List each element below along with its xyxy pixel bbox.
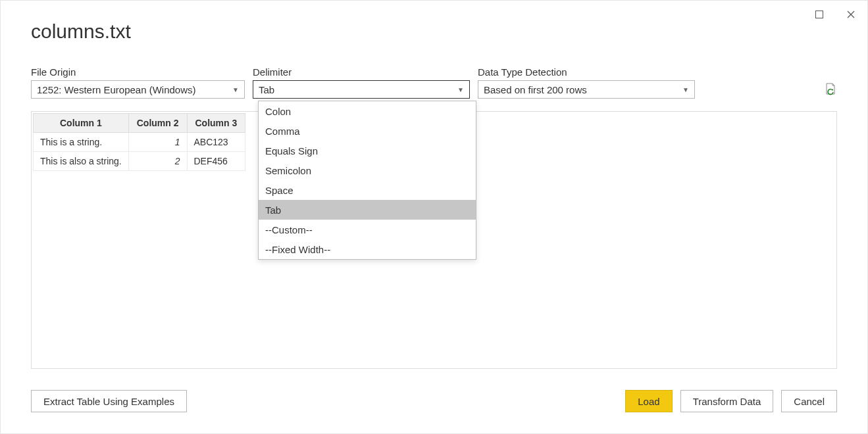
delimiter-value: Tab: [259, 84, 274, 95]
data-type-detection-value: Based on first 200 rows: [484, 84, 587, 95]
transform-data-button[interactable]: Transform Data: [680, 390, 774, 412]
cell: This is a string.: [34, 133, 129, 152]
delimiter-label: Delimiter: [253, 66, 470, 78]
delimiter-option-space[interactable]: Space: [259, 180, 476, 200]
column-header[interactable]: Column 1: [34, 114, 129, 133]
table-row: This is also a string. 2 DEF456: [34, 152, 245, 171]
data-type-detection-dropdown[interactable]: Based on first 200 rows ▼: [478, 80, 695, 99]
cell: This is also a string.: [34, 152, 129, 171]
svg-rect-0: [816, 11, 823, 18]
chevron-down-icon: ▼: [457, 86, 464, 93]
data-type-detection-label: Data Type Detection: [478, 66, 695, 78]
chevron-down-icon: ▼: [232, 86, 239, 93]
maximize-icon[interactable]: [811, 6, 828, 23]
delimiter-option-semicolon[interactable]: Semicolon: [259, 160, 476, 180]
footer-right: Load Transform Data Cancel: [625, 390, 837, 412]
delimiter-dropdown[interactable]: Tab ▼: [253, 80, 470, 99]
close-icon[interactable]: [842, 6, 859, 23]
table-row: This is a string. 1 ABC123: [34, 133, 245, 152]
delimiter-option-equals-sign[interactable]: Equals Sign: [259, 141, 476, 160]
delimiter-dropdown-popup[interactable]: Colon Comma Equals Sign Semicolon Space …: [258, 101, 476, 260]
cell: ABC123: [187, 133, 245, 152]
table-header-row: Column 1 Column 2 Column 3: [34, 114, 245, 133]
delimiter-option-comma[interactable]: Comma: [259, 121, 476, 141]
file-origin-value: 1252: Western European (Windows): [37, 84, 196, 95]
delimiter-option-fixed-width[interactable]: --Fixed Width--: [259, 239, 476, 259]
refresh-icon[interactable]: [824, 82, 836, 95]
dialog-title: columns.txt: [31, 20, 131, 43]
chevron-down-icon: ▼: [682, 86, 689, 93]
cell: 2: [128, 152, 187, 171]
file-origin-label: File Origin: [31, 66, 245, 78]
extract-table-button[interactable]: Extract Table Using Examples: [31, 390, 187, 412]
field-file-origin: File Origin 1252: Western European (Wind…: [31, 66, 245, 99]
delimiter-option-tab[interactable]: Tab: [259, 200, 476, 220]
options-row: File Origin 1252: Western European (Wind…: [31, 66, 837, 99]
cell: 1: [128, 133, 187, 152]
column-header[interactable]: Column 3: [187, 114, 245, 133]
cancel-button[interactable]: Cancel: [781, 390, 837, 412]
column-header[interactable]: Column 2: [128, 114, 187, 133]
field-delimiter: Delimiter Tab ▼: [253, 66, 470, 99]
load-button[interactable]: Load: [625, 390, 672, 412]
cell: DEF456: [187, 152, 245, 171]
delimiter-option-custom[interactable]: --Custom--: [259, 220, 476, 239]
dialog-footer: Extract Table Using Examples Load Transf…: [31, 390, 837, 412]
window-controls: [811, 6, 859, 23]
delimiter-option-colon[interactable]: Colon: [259, 101, 476, 121]
field-data-type-detection: Data Type Detection Based on first 200 r…: [478, 66, 695, 99]
file-origin-dropdown[interactable]: 1252: Western European (Windows) ▼: [31, 80, 245, 99]
dialog-window: columns.txt File Origin 1252: Western Eu…: [0, 0, 868, 434]
preview-table: Column 1 Column 2 Column 3 This is a str…: [33, 113, 245, 171]
